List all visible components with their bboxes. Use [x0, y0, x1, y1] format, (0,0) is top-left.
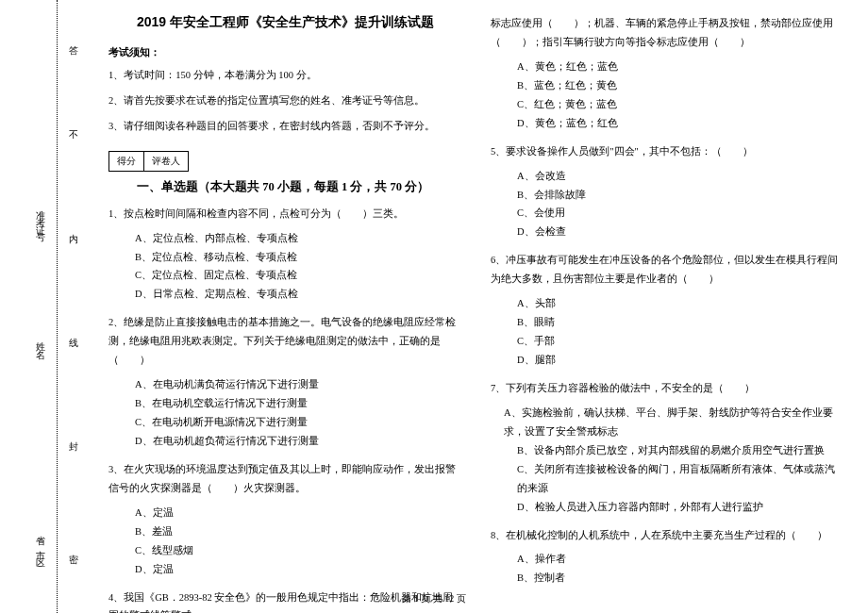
q6-option-b: B、眼睛: [517, 313, 844, 332]
content-area: 2019 年安全工程师《安全生产技术》提升训练试题 考试须知： 1、考试时间：1…: [90, 0, 868, 613]
q6-option-a: A、头部: [517, 294, 844, 313]
instruction-1: 1、考试时间：150 分钟，本卷满分为 100 分。: [108, 67, 462, 85]
q7-option-c: C、关闭所有连接被检设备的阀门，用盲板隔断所有液体、气体或蒸汽的来源: [517, 460, 844, 498]
q1-option-b: B、定位点检、移动点检、专项点检: [135, 248, 462, 267]
q2-option-b: B、在电动机空载运行情况下进行测量: [135, 394, 462, 413]
q8-option-b: B、控制者: [517, 569, 844, 588]
left-column: 2019 年安全工程师《安全生产技术》提升训练试题 考试须知： 1、考试时间：1…: [94, 14, 476, 585]
q4-option-d: D、黄色；蓝色；红色: [517, 114, 844, 133]
q3-option-a: A、定温: [135, 504, 462, 522]
q1-option-a: A、定位点检、内部点检、专项点检: [135, 229, 462, 248]
binding-field-examno: 准考证号: [33, 203, 46, 233]
q7-option-a: A、实施检验前，确认扶梯、平台、脚手架、射线防护等符合安全作业要求，设置了安全警…: [504, 404, 844, 441]
binding-field-region: 省（市区）: [33, 528, 46, 566]
q4-option-c: C、红色；黄色；蓝色: [517, 95, 844, 114]
score-cell-reviewer: 评卷人: [144, 152, 188, 171]
q5-option-d: D、会检查: [517, 223, 844, 241]
notice-label: 考试须知：: [108, 45, 462, 59]
seal-dotted-line: [57, 0, 58, 613]
question-5: 5、要求设备操作人员做到"四会"，其中不包括：（ ）: [491, 142, 844, 161]
question-4-part2: 标志应使用（ ）；机器、车辆的紧急停止手柄及按钮，禁动部位应使用（ ）；指引车辆…: [491, 14, 844, 52]
q2-option-a: A、在电动机满负荷运行情况下进行测量: [135, 375, 462, 394]
q5-option-c: C、会使用: [517, 204, 844, 223]
section-1-title: 一、单选题（本大题共 70 小题，每题 1 分，共 70 分）: [137, 179, 429, 195]
q4-option-b: B、蓝色；红色；黄色: [517, 76, 844, 95]
binding-margin: 省（市区） 姓名 准考证号 密 封 线 内 不 答: [0, 0, 90, 613]
page-footer: 第 1 页 共 12 页: [0, 592, 868, 605]
score-box: 得分 评卷人: [108, 151, 189, 172]
q1-option-c: C、定位点检、固定点检、专项点检: [135, 266, 462, 285]
q1-option-d: D、日常点检、定期点检、专项点检: [135, 285, 462, 304]
instruction-2: 2、请首先按要求在试卷的指定位置填写您的姓名、准考证号等信息。: [108, 92, 462, 110]
exam-title: 2019 年安全工程师《安全生产技术》提升训练试题: [108, 14, 462, 31]
q3-option-c: C、线型感烟: [135, 541, 462, 560]
instruction-3: 3、请仔细阅读各种题目的回答要求，在密封线内答题，否则不予评分。: [108, 118, 462, 136]
right-column: 标志应使用（ ）；机器、车辆的紧急停止手柄及按钮，禁动部位应使用（ ）；指引车辆…: [476, 14, 859, 585]
score-row: 得分 评卷人 一、单选题（本大题共 70 小题，每题 1 分，共 70 分）: [108, 143, 462, 195]
question-3: 3、在火灾现场的环境温度达到预定值及其以上时，即能响应动作，发出报警信号的火灾探…: [108, 460, 462, 498]
q3-option-b: B、差温: [135, 522, 462, 541]
question-6: 6、冲压事故有可能发生在冲压设备的各个危险部位，但以发生在模具行程间为绝大多数，…: [491, 251, 844, 289]
question-7: 7、下列有关压力容器检验的做法中，不安全的是（ ）: [491, 379, 844, 398]
q6-option-d: D、腿部: [517, 351, 844, 370]
question-2: 2、绝缘是防止直接接触电击的基本措施之一。电气设备的绝缘电阻应经常检测，绝缘电阻…: [108, 313, 462, 370]
q6-option-c: C、手部: [517, 332, 844, 351]
question-1: 1、按点检时间间隔和检查内容不同，点检可分为（ ）三类。: [108, 205, 462, 224]
q2-option-c: C、在电动机断开电源情况下进行测量: [135, 413, 462, 432]
q5-option-a: A、会改造: [517, 167, 844, 186]
q7-option-b: B、设备内部介质已放空，对其内部残留的易燃介质用空气进行置换: [517, 441, 844, 460]
q8-option-a: A、操作者: [517, 550, 844, 569]
q2-option-d: D、在电动机超负荷运行情况下进行测量: [135, 432, 462, 451]
question-8: 8、在机械化控制的人机系统中，人在系统中主要充当生产过程的（ ）: [491, 526, 844, 545]
binding-field-name: 姓名: [33, 335, 46, 350]
q7-option-d: D、检验人员进入压力容器内部时，外部有人进行监护: [517, 498, 844, 517]
q4-option-a: A、黄色；红色；蓝色: [517, 58, 844, 76]
score-cell-score: 得分: [109, 152, 144, 171]
q5-option-b: B、会排除故障: [517, 186, 844, 205]
q3-option-d: D、定温: [135, 560, 462, 579]
